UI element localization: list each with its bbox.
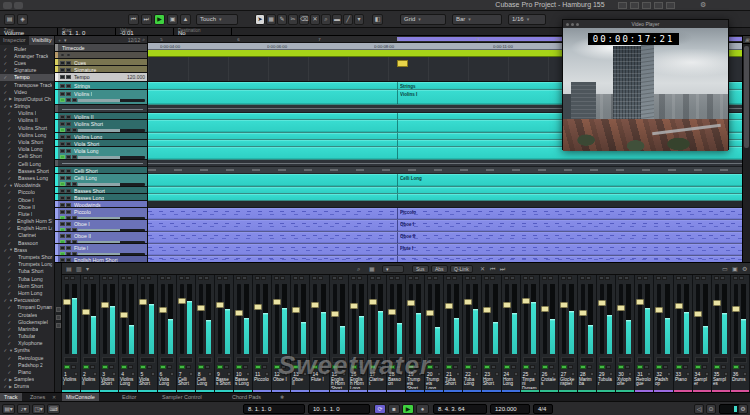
record-enable-button[interactable]: [733, 365, 739, 369]
track-volume-slider[interactable]: [78, 217, 145, 220]
visibility-item[interactable]: ✓ ▶ Samples: [0, 376, 54, 383]
channel-name[interactable]: Piccolo: [253, 377, 270, 389]
channel-strip[interactable]: 18 Bassoon: [387, 275, 406, 393]
rack-slot-icon[interactable]: [720, 276, 725, 280]
mixer-racks-icon[interactable]: ▥: [76, 265, 82, 273]
fader-value-readout[interactable]: [523, 357, 537, 363]
mixer-view-icon[interactable]: ▤: [66, 265, 72, 273]
fader-value-readout[interactable]: [351, 357, 365, 363]
track-row[interactable]: [55, 105, 147, 113]
track-volume-slider[interactable]: [78, 156, 145, 159]
record-enable-button[interactable]: [542, 365, 548, 369]
edit-channel-icon[interactable]: [724, 372, 728, 376]
track-presets-icon[interactable]: ▾: [64, 37, 67, 43]
fader-handle[interactable]: [426, 310, 434, 316]
edit-channel-icon[interactable]: [437, 372, 441, 376]
color-tool-icon[interactable]: ▾: [354, 14, 364, 25]
solo-button[interactable]: [66, 53, 71, 57]
rack-slot-icon[interactable]: [624, 276, 629, 280]
edit-channel-button[interactable]: [72, 216, 77, 219]
record-enable-button[interactable]: [523, 365, 529, 369]
edit-channel-icon[interactable]: [590, 372, 594, 376]
activate-project-icon[interactable]: ▤: [4, 14, 15, 25]
fader-handle[interactable]: [579, 310, 587, 316]
fader-value-readout[interactable]: [484, 357, 498, 363]
monitor-button[interactable]: [300, 365, 305, 369]
record-enable-button[interactable]: [676, 365, 682, 369]
monitor-button[interactable]: [339, 365, 344, 369]
rack-slot-icon[interactable]: [217, 276, 222, 280]
record-enable-button[interactable]: [389, 365, 395, 369]
monitor-button[interactable]: [66, 155, 71, 159]
snap-type-dropdown[interactable]: Grid▾: [400, 14, 446, 25]
rack-slot-icon[interactable]: [274, 276, 279, 280]
channel-name[interactable]: Marimba: [578, 377, 595, 389]
checkmark-icon[interactable]: ✓: [3, 89, 8, 94]
track-row[interactable]: Celli Long: [55, 174, 147, 187]
fader-value-readout[interactable]: [160, 357, 174, 363]
record-enable-button[interactable]: [293, 365, 299, 369]
track-volume-slider[interactable]: [78, 229, 145, 232]
edit-channel-icon[interactable]: [170, 372, 174, 376]
channel-name[interactable]: Horn Short: [482, 377, 499, 389]
channel-name[interactable]: Oboe II: [291, 377, 308, 389]
rack-slot-icon[interactable]: [160, 276, 165, 280]
visibility-item[interactable]: ✓ Xylophone: [0, 340, 54, 347]
channel-name[interactable]: Violins I: [62, 377, 79, 389]
rack-slot-icon[interactable]: [504, 276, 509, 280]
channel-strip[interactable]: 12 Oboe I: [272, 275, 291, 393]
position-display[interactable]: 8. 4. 3. 64: [433, 404, 487, 414]
solo-button[interactable]: [66, 92, 71, 96]
erase-tool-icon[interactable]: ⌫: [299, 14, 309, 25]
monitor-button[interactable]: [606, 365, 611, 369]
record-enable-button[interactable]: [580, 365, 586, 369]
rack-slot-icon[interactable]: [714, 276, 719, 280]
checkmark-icon[interactable]: ✓: [7, 211, 12, 216]
fader-value-readout[interactable]: [255, 357, 269, 363]
fader-value-readout[interactable]: [465, 357, 479, 363]
fader-value-readout[interactable]: [446, 357, 460, 363]
edit-channel-icon[interactable]: [151, 372, 155, 376]
edit-channel-button[interactable]: [72, 182, 77, 186]
monitor-button[interactable]: [683, 365, 688, 369]
checkmark-icon[interactable]: ✓: [7, 362, 12, 367]
solo-button[interactable]: [66, 203, 71, 207]
channel-strip[interactable]: 30 Xylophone: [616, 275, 635, 393]
mute-button[interactable]: [60, 68, 65, 72]
checkmark-icon[interactable]: ✓: [7, 139, 12, 144]
signature-display[interactable]: 4/4: [533, 404, 553, 414]
monitor-button[interactable]: [71, 365, 76, 369]
track-row[interactable]: Strings: [55, 82, 147, 90]
rack-slot-icon[interactable]: [561, 276, 566, 280]
clip-lane[interactable]: [148, 194, 742, 201]
rack-slot-icon[interactable]: [236, 276, 241, 280]
rack-slot-icon[interactable]: [108, 276, 113, 280]
fader-value-readout[interactable]: [561, 357, 575, 363]
monitor-button[interactable]: [721, 365, 726, 369]
rack-slot-icon[interactable]: [471, 276, 476, 280]
monitor-button[interactable]: [472, 365, 477, 369]
minimize-icon[interactable]: ▭: [722, 265, 728, 273]
channel-strip[interactable]: 19 Trumpets Short: [406, 275, 425, 393]
mute-button[interactable]: [60, 84, 65, 88]
checkmark-icon[interactable]: ✓: [7, 319, 12, 324]
fader-value-readout[interactable]: [389, 357, 403, 363]
monitor-button[interactable]: [319, 365, 324, 369]
monitor-button[interactable]: [167, 365, 172, 369]
edit-channel-icon[interactable]: [495, 372, 499, 376]
solo-button[interactable]: [66, 68, 71, 72]
track-row[interactable]: [55, 160, 147, 167]
rack-slot-icon[interactable]: [185, 276, 190, 280]
rack-slot-icon[interactable]: [580, 276, 585, 280]
track-row[interactable]: Woodwinds: [55, 201, 147, 208]
rack-slot-icon[interactable]: [599, 276, 604, 280]
edit-channel-button[interactable]: [72, 98, 77, 102]
solo-button[interactable]: [66, 189, 71, 193]
checkmark-icon[interactable]: ✓: [3, 82, 8, 87]
zoom-tool-icon[interactable]: ⌕: [321, 14, 331, 25]
monitor-button[interactable]: [66, 128, 71, 132]
checkmark-icon[interactable]: ✓: [7, 290, 12, 295]
go-to-next-marker-icon[interactable]: ⏭: [141, 14, 152, 25]
channel-strip[interactable]: 26 Crotales: [540, 275, 559, 393]
channel-strip[interactable]: 9 Basses Short: [215, 275, 234, 393]
